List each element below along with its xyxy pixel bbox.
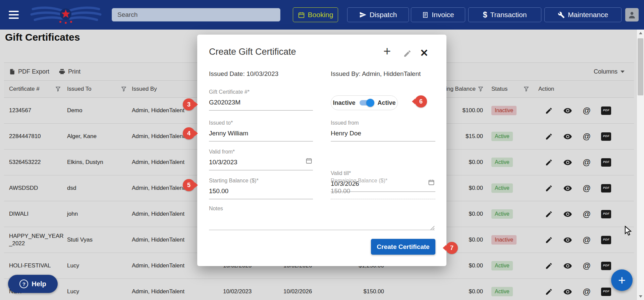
- step-badge-6: 6: [415, 95, 427, 108]
- resize-handle-icon[interactable]: [430, 225, 435, 231]
- issued-date-text: Issued Date: 10/03/2023: [209, 70, 278, 78]
- nav-label: Booking: [308, 11, 333, 19]
- create-certificate-button[interactable]: Create Certificate: [371, 239, 435, 255]
- remaining-balance-label: Remaining Balance ($)*: [331, 178, 435, 184]
- create-gift-certificate-dialog: Create Gift Certificate + ✕ Issued Date:…: [197, 35, 446, 266]
- vertical-scrollbar: [637, 30, 644, 300]
- close-icon[interactable]: ✕: [420, 47, 428, 59]
- nav-item-booking[interactable]: Booking: [293, 7, 338, 22]
- edit-icon[interactable]: [403, 49, 412, 59]
- issued-to-label: Issued to*: [209, 120, 313, 127]
- dollar-icon: $: [483, 10, 487, 19]
- company-logo: [28, 5, 104, 26]
- dialog-title: Create Gift Certificate: [209, 47, 296, 57]
- step-badge-4: 4: [183, 127, 195, 139]
- starting-balance-input[interactable]: [209, 184, 313, 199]
- scroll-up-arrow[interactable]: [637, 30, 644, 37]
- issued-by-text: Issued By: Admin, HiddenTalent: [331, 70, 421, 78]
- nav-item-invoice[interactable]: Invoice: [411, 7, 465, 22]
- remaining-balance-input: [331, 184, 435, 199]
- notes-textarea[interactable]: [209, 213, 435, 230]
- starting-balance-label: Starting Balance ($)*: [209, 178, 313, 184]
- step-badge-3: 3: [183, 98, 195, 111]
- help-label: Help: [32, 280, 46, 288]
- scroll-down-arrow[interactable]: [637, 293, 644, 300]
- nav-label: Transaction: [490, 11, 527, 19]
- issued-to-input[interactable]: [209, 127, 313, 141]
- wrench-icon: [558, 11, 565, 18]
- nav-item-maintenance[interactable]: Maintenance: [544, 7, 622, 22]
- step-badge-5: 5: [183, 179, 195, 191]
- valid-from-label: Valid from*: [209, 149, 313, 156]
- invoice-icon: [422, 11, 429, 18]
- issued-from-label: Issued from: [331, 120, 435, 127]
- gift-certificate-input[interactable]: [209, 96, 313, 111]
- nav-label: Invoice: [432, 11, 454, 19]
- person-icon: [628, 10, 636, 19]
- scrollbar-thumb[interactable]: [638, 38, 643, 95]
- help-button[interactable]: ? Help: [8, 275, 58, 293]
- issued-from-input[interactable]: [331, 127, 435, 141]
- calendar-icon[interactable]: [306, 157, 312, 166]
- nav-label: Dispatch: [370, 11, 397, 19]
- valid-from-input[interactable]: [209, 156, 313, 170]
- app-screen: Booking Dispatch Invoice $ Transaction M…: [0, 0, 644, 300]
- calendar-icon: [298, 11, 305, 18]
- valid-till-label: Valid till*: [331, 170, 435, 177]
- add-icon[interactable]: +: [383, 44, 391, 58]
- plus-icon: +: [618, 273, 626, 288]
- eagle-logo-icon: [28, 5, 104, 25]
- add-certificate-fab[interactable]: +: [611, 269, 633, 291]
- question-icon: ?: [19, 280, 28, 288]
- top-navbar: Booking Dispatch Invoice $ Transaction M…: [0, 0, 644, 30]
- toggle-inactive-label: Inactive: [333, 99, 355, 106]
- gift-certificate-label: Gift Certificate #*: [209, 89, 313, 96]
- notes-label: Notes: [209, 206, 223, 212]
- nav-item-transaction[interactable]: $ Transaction: [468, 7, 541, 22]
- toggle-knob: [366, 99, 374, 107]
- status-toggle-group: Inactive Active: [331, 95, 398, 110]
- send-plane-icon: [359, 11, 367, 18]
- user-avatar[interactable]: [625, 8, 639, 22]
- step-badge-7: 7: [446, 242, 458, 254]
- toggle-active-label: Active: [378, 99, 396, 106]
- nav-item-dispatch[interactable]: Dispatch: [347, 7, 409, 22]
- nav-label: Maintenance: [568, 11, 608, 19]
- menu-icon[interactable]: [9, 11, 19, 19]
- search-input[interactable]: [112, 8, 280, 22]
- status-toggle-switch[interactable]: [360, 100, 374, 105]
